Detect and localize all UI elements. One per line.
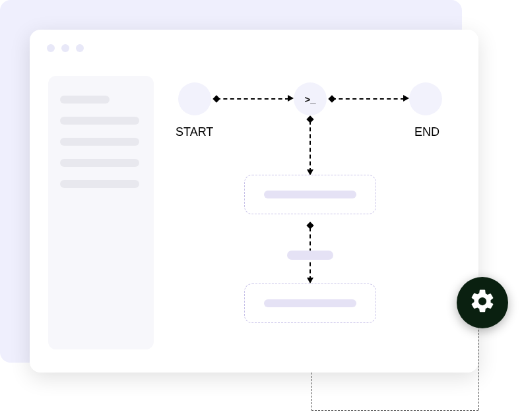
arrowhead-icon [307, 278, 313, 284]
process-block[interactable] [244, 284, 376, 323]
process-block[interactable] [244, 175, 376, 214]
guide-line [311, 410, 478, 411]
start-node[interactable] [178, 82, 211, 115]
process-placeholder-bar [264, 191, 356, 198]
terminal-icon: >_ [304, 94, 315, 105]
guide-line [478, 326, 479, 410]
guide-line [311, 373, 312, 411]
window-controls [47, 44, 84, 52]
command-node[interactable]: >_ [294, 82, 327, 115]
gear-icon [469, 287, 496, 318]
connector-line [332, 98, 405, 100]
window-dot[interactable] [76, 44, 84, 52]
sidebar-placeholder-line [60, 117, 139, 125]
app-window: >_ START END [30, 30, 478, 373]
connector-line [310, 121, 311, 172]
sidebar-placeholder-line [60, 180, 139, 188]
end-node[interactable] [409, 82, 442, 115]
window-dot[interactable] [47, 44, 55, 52]
connector-label-pill [287, 251, 333, 260]
arrowhead-icon [288, 95, 294, 102]
sidebar-placeholder-line [60, 159, 139, 167]
window-dot[interactable] [61, 44, 69, 52]
sidebar-panel [48, 76, 154, 349]
arrowhead-icon [403, 95, 409, 102]
end-label: END [414, 125, 440, 139]
start-label: START [176, 125, 213, 139]
connector-line [216, 98, 289, 100]
sidebar-placeholder-line [60, 96, 110, 104]
process-placeholder-bar [264, 299, 356, 307]
sidebar-placeholder-line [60, 138, 139, 146]
settings-button[interactable] [457, 277, 508, 328]
